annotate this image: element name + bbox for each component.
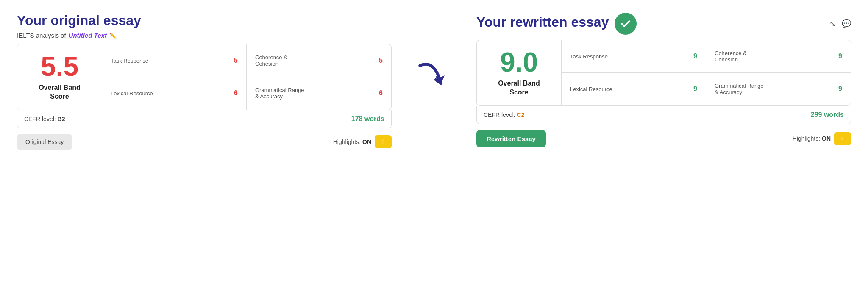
original-title: Your original essay <box>17 13 392 28</box>
original-cefr-text: CEFR level: B2 <box>24 116 65 122</box>
rewritten-lexical-value: 9 <box>693 85 697 93</box>
rewritten-task-response-cell: Task Response 9 <box>562 40 706 73</box>
original-coherence-cell: Coherence &Cohesion 5 <box>247 44 391 77</box>
direction-arrow <box>413 55 455 97</box>
rewritten-title: Your rewritten essay <box>476 14 609 30</box>
rewritten-title-row: Your rewritten essay ⤡ 💬 <box>476 13 851 35</box>
rewritten-coherence-label: Coherence &Cohesion <box>715 50 834 63</box>
original-highlights-row: Highlights: ON ⚡ <box>333 135 392 148</box>
original-lexical-label: Lexical Resource <box>111 90 230 97</box>
rewritten-score-label: Overall BandScore <box>498 79 540 97</box>
rewritten-cefr-text: CEFR level: C2 <box>484 111 524 118</box>
original-grammar-label: Grammatical Range& Accuracy <box>255 87 375 100</box>
rewritten-lexical-cell: Lexical Resource 9 <box>562 73 706 105</box>
original-task-response-label: Task Response <box>111 58 230 64</box>
rewritten-panel-header: Your rewritten essay ⤡ 💬 <box>476 13 851 35</box>
original-task-response-cell: Task Response 5 <box>102 44 247 77</box>
rewritten-coherence-value: 9 <box>838 53 842 60</box>
rewritten-grammar-label: Grammatical Range& Accuracy <box>715 83 834 95</box>
original-lightning-button[interactable]: ⚡ <box>375 135 392 148</box>
original-score-label: Overall BandScore <box>39 83 81 101</box>
rewritten-essay-button[interactable]: Rewritten Essay <box>476 130 546 147</box>
checkmark-icon <box>620 18 632 30</box>
original-lexical-value: 6 <box>234 89 238 97</box>
original-highlights-label: Highlights: ON <box>333 139 371 145</box>
original-essay-button[interactable]: Original Essay <box>17 134 72 150</box>
rewritten-highlights-row: Highlights: ON ⚡ <box>793 132 851 145</box>
original-coherence-value: 5 <box>379 57 383 64</box>
original-lexical-cell: Lexical Resource 6 <box>102 77 247 109</box>
arrow-area <box>417 13 451 97</box>
original-grammar-cell: Grammatical Range& Accuracy 6 <box>247 77 391 109</box>
share-icon[interactable]: ⤡ <box>829 19 836 28</box>
subtitle-prefix: IELTS analysis of <box>17 32 66 39</box>
feedback-icon[interactable]: 💬 <box>842 19 851 28</box>
subtitle-italic: Untitled Text <box>69 32 107 39</box>
rewritten-task-response-value: 9 <box>693 53 697 60</box>
original-subtitle: IELTS analysis of Untitled Text ✏️ <box>17 32 392 39</box>
rewritten-grammar-cell: Grammatical Range& Accuracy 9 <box>706 73 851 105</box>
original-button-row: Original Essay Highlights: ON ⚡ <box>17 134 392 150</box>
rewritten-lightning-button[interactable]: ⚡ <box>834 132 851 145</box>
checkmark-badge <box>615 13 637 35</box>
rewritten-actions: ⤡ 💬 <box>829 19 851 28</box>
original-grammar-value: 6 <box>379 89 383 97</box>
rewritten-grammar-value: 9 <box>838 85 842 93</box>
rewritten-lexical-label: Lexical Resource <box>570 86 689 92</box>
original-task-response-value: 5 <box>234 57 238 64</box>
original-word-count: 178 words <box>351 115 384 123</box>
original-cefr-level: B2 <box>58 116 65 122</box>
original-cefr-row: CEFR level: B2 178 words <box>17 110 392 128</box>
edit-icon[interactable]: ✏️ <box>109 32 117 39</box>
original-overall-cell: 5.5 Overall BandScore <box>17 44 102 110</box>
original-essay-panel: Your original essay IELTS analysis of Un… <box>17 13 392 150</box>
rewritten-score-number: 9.0 <box>500 49 538 76</box>
rewritten-score-grid: 9.0 Overall BandScore Task Response 9 Co… <box>476 40 851 106</box>
original-score-number: 5.5 <box>41 53 78 80</box>
rewritten-overall-cell: 9.0 Overall BandScore <box>477 40 562 105</box>
rewritten-essay-panel: Your rewritten essay ⤡ 💬 9.0 Overall Ban… <box>476 13 851 147</box>
rewritten-task-response-label: Task Response <box>570 53 689 60</box>
rewritten-coherence-cell: Coherence &Cohesion 9 <box>706 40 851 73</box>
rewritten-highlights-label: Highlights: ON <box>793 135 831 142</box>
original-score-grid: 5.5 Overall BandScore Task Response 5 Co… <box>17 44 392 110</box>
rewritten-cefr-level: C2 <box>517 111 525 118</box>
original-coherence-label: Coherence &Cohesion <box>255 54 375 67</box>
rewritten-cefr-row: CEFR level: C2 299 words <box>476 106 851 124</box>
rewritten-button-row: Rewritten Essay Highlights: ON ⚡ <box>476 130 851 147</box>
rewritten-word-count: 299 words <box>811 111 844 119</box>
original-panel-header: Your original essay IELTS analysis of Un… <box>17 13 392 39</box>
